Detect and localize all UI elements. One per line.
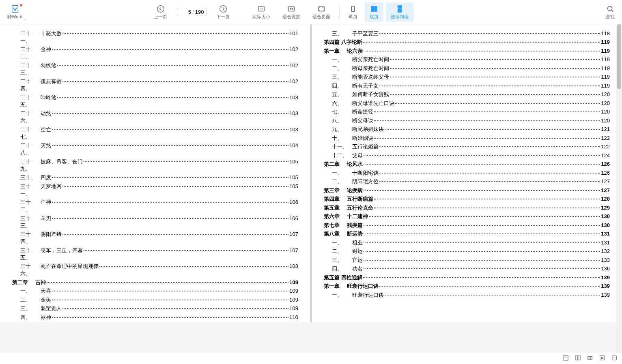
toc-leader	[379, 173, 600, 173]
prev-page-button[interactable]: 上一页	[149, 2, 172, 22]
convert-word-button[interactable]: 转Word ⌄	[2, 2, 27, 22]
toc-leader	[369, 216, 600, 217]
toc-number: 五、	[324, 91, 352, 98]
zoom-out-icon[interactable]	[611, 354, 618, 363]
toc-leader	[62, 81, 288, 82]
view-mode-2-icon[interactable]	[574, 354, 581, 363]
svg-rect-13	[563, 355, 568, 360]
toc-line: 二十九、披麻、吊客、丧门105	[12, 158, 298, 173]
toc-page: 131	[601, 240, 610, 246]
toc-leader	[364, 242, 600, 243]
next-page-button[interactable]: 下一页	[211, 2, 235, 22]
toc-page: 106	[289, 199, 298, 205]
toc-title: 论疾病	[347, 187, 363, 194]
svg-rect-9	[374, 6, 377, 11]
toc-title: 披麻、吊客、丧门	[41, 158, 83, 165]
toc-leader	[57, 97, 288, 98]
double-page-button[interactable]: 双页	[365, 2, 383, 22]
page-right: 三、子平至要三118第四篇 八字论断119第一章论六亲119一、断父亲死亡时间1…	[312, 24, 622, 322]
toc-number: 四、	[324, 265, 352, 272]
toc-number: 二、	[324, 178, 352, 185]
toc-page: 139	[601, 283, 610, 289]
toc-page: 139	[601, 274, 610, 280]
toc-leader	[363, 277, 600, 278]
toc-number: 二十二、	[12, 46, 41, 60]
toc-page: 103	[289, 94, 298, 101]
notification-dot-icon	[20, 4, 22, 6]
toc-line: 三十一、天罗地网105	[12, 183, 298, 197]
toc-leader	[52, 145, 288, 146]
view-mode-1-icon[interactable]	[562, 354, 569, 363]
toc-title: 旺衰行运口诀	[352, 291, 384, 299]
toc-page: 126	[601, 161, 610, 167]
toc-leader	[379, 86, 600, 86]
toc-leader	[364, 225, 600, 226]
toc-title: 残疾篇	[347, 222, 363, 229]
single-page-button[interactable]: 单页	[344, 2, 362, 22]
toc-leader	[52, 113, 288, 114]
view-mode-4-icon[interactable]	[598, 354, 606, 363]
fit-width-button[interactable]: 适合宽度	[278, 2, 305, 22]
page-input[interactable]	[180, 9, 191, 15]
toc-title: 十恶大败	[41, 30, 62, 37]
toc-title: 四废	[41, 174, 51, 181]
toc-line: 一、断父亲死亡时间119	[324, 56, 610, 63]
toc-title: 断命捷径	[352, 108, 373, 116]
toc-page: 119	[601, 39, 610, 45]
toc-number: 三、	[12, 305, 41, 312]
toc-title: 功名	[352, 265, 363, 272]
toc-title: 断父母谁先亡口诀	[352, 100, 394, 107]
toc-leader	[364, 51, 600, 51]
toc-page: 109	[289, 279, 298, 285]
toc-number: 八、	[324, 117, 352, 124]
toc-number: 第一章	[324, 47, 347, 55]
toc-title: 断父亲死亡时间	[352, 56, 389, 63]
scroll-thumb[interactable]	[617, 24, 621, 89]
toc-page: 127	[601, 187, 610, 193]
toc-line: 三、官运133	[324, 257, 610, 264]
toc-leader	[385, 129, 600, 130]
view-mode-3-icon[interactable]: 1:1	[586, 354, 594, 363]
toc-title: 金神	[41, 46, 51, 53]
toc-leader	[364, 190, 600, 191]
toc-number: 一、	[12, 287, 41, 295]
toc-line: 三十、四废105	[12, 174, 298, 181]
fit-page-button[interactable]: 适合页面	[308, 2, 335, 22]
page-indicator[interactable]: / 190	[177, 8, 207, 16]
toc-page: 119	[601, 74, 610, 80]
toc-leader	[374, 199, 600, 199]
toc-leader	[379, 286, 600, 287]
toc-line: 三、子平至要三118	[324, 30, 610, 37]
toc-title: 天喜	[41, 287, 51, 295]
toc-title: 魁罡贵人	[41, 305, 62, 312]
toc-leader	[374, 208, 600, 208]
toc-page: 119	[601, 83, 610, 89]
toc-title: 阴阳差错	[41, 231, 62, 238]
find-button[interactable]: 查找	[601, 2, 620, 22]
toc-title: 天罗地网	[41, 183, 62, 190]
toc-line: 第二章吉神109	[12, 279, 298, 286]
toc-line: 八、断父母诀120	[324, 117, 610, 124]
toc-title: 十断阳宅诀	[352, 169, 379, 177]
toolbar: 转Word ⌄ 上一页 / 190 下一页 1:1 实际大小 适合宽度 适合页面	[0, 0, 622, 24]
toc-line: 二十五、呻吟煞103	[12, 94, 298, 109]
toc-page: 139	[601, 292, 610, 298]
toc-number: 四、	[324, 82, 352, 90]
vertical-scrollbar[interactable]	[616, 24, 622, 353]
toc-leader	[52, 49, 288, 50]
toc-line: 四、断有无子女119	[324, 82, 610, 90]
toc-page: 104	[289, 142, 298, 148]
toc-title: 五行断病篇	[347, 195, 373, 203]
toc-page: 105	[289, 174, 298, 180]
toc-number: 一、	[324, 56, 352, 63]
continuous-read-button[interactable]: 连续阅读	[386, 2, 413, 22]
toc-title: 死亡在命理中的显现规律	[41, 263, 99, 270]
toc-leader	[84, 250, 288, 251]
toc-page: 121	[601, 126, 610, 132]
toc-line: 二十六、劫煞103	[12, 110, 298, 124]
toc-title: 孤辰寡宿	[41, 78, 62, 85]
toc-leader	[363, 42, 600, 43]
toc-leader	[379, 33, 600, 34]
svg-point-12	[608, 6, 612, 11]
actual-size-button[interactable]: 1:1 实际大小	[248, 2, 275, 22]
